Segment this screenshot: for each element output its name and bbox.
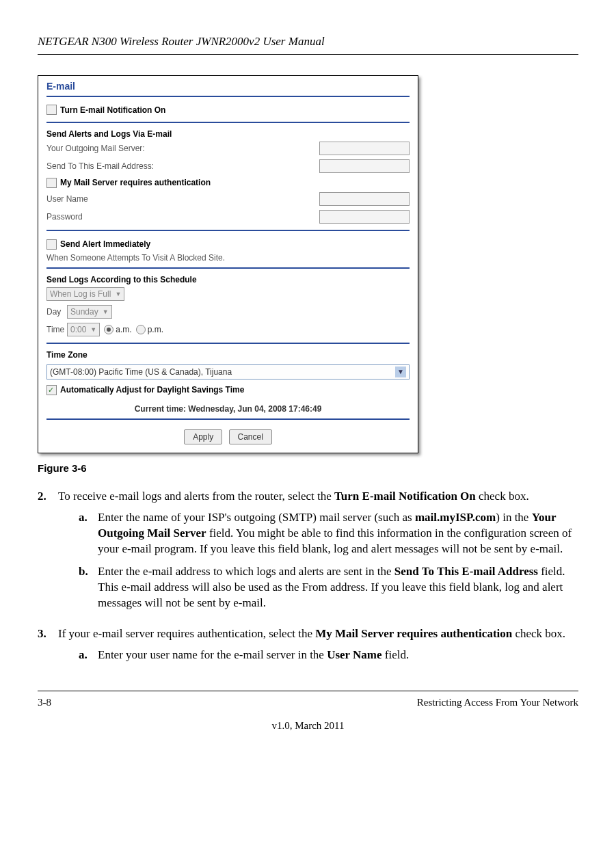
pm-label: p.m.: [148, 324, 163, 335]
divider: [46, 96, 410, 97]
divider: [46, 122, 410, 123]
step-2b: b. Enter the e-mail address to which log…: [79, 564, 578, 611]
page-header: NETGEAR N300 Wireless Router JWNR2000v2 …: [38, 34, 578, 55]
step-text: To receive e-mail logs and alerts from t…: [58, 490, 334, 503]
dst-checkbox[interactable]: [46, 385, 57, 395]
time-value: 0:00: [70, 324, 86, 335]
step-2: 2. To receive e-mail logs and alerts fro…: [38, 489, 578, 618]
am-radio[interactable]: [104, 325, 113, 334]
step-3a: a. Enter your user name for the e-mail s…: [79, 648, 565, 663]
divider: [46, 418, 410, 420]
sendto-input[interactable]: [319, 159, 410, 173]
divider: [46, 343, 410, 344]
tz-section-title: Time Zone: [46, 349, 410, 360]
time-select[interactable]: 0:00 ▼: [67, 323, 100, 336]
outgoing-server-label: Your Outgoing Mail Server:: [46, 143, 319, 154]
step-bold: My Mail Server requires authentication: [315, 627, 512, 640]
day-value: Sunday: [70, 306, 98, 317]
sub-list: a. Enter the name of your ISP's outgoing…: [58, 510, 578, 611]
instruction-list: 2. To receive e-mail logs and alerts fro…: [38, 489, 578, 669]
password-input[interactable]: [319, 210, 410, 224]
sendto-label: Send To This E-mail Address:: [46, 161, 319, 172]
page-number: 3-8: [38, 695, 51, 709]
apply-button[interactable]: Apply: [184, 429, 222, 444]
divider: [46, 230, 410, 231]
step-number: 3.: [38, 626, 58, 670]
day-select[interactable]: Sunday ▼: [67, 305, 112, 319]
day-label: Day: [46, 306, 67, 317]
password-label: Password: [46, 211, 319, 222]
step-text: Enter your user name for the e-mail serv…: [98, 648, 327, 661]
time-label: Time: [46, 324, 67, 335]
schedule-select[interactable]: When Log is Full ▼: [46, 287, 124, 301]
alert-desc: When Someone Attempts To Visit A Blocked…: [46, 252, 410, 263]
step-text: Enter the e-mail address to which logs a…: [98, 565, 394, 578]
page-footer: 3-8 Restricting Access From Your Network: [38, 691, 578, 709]
step-text: ) in the: [496, 511, 531, 524]
auth-label: My Mail Server requires authentication: [60, 177, 410, 188]
chevron-down-icon: ▼: [90, 325, 96, 334]
divider: [46, 267, 410, 269]
step-number: 2.: [38, 489, 58, 618]
step-text: If your e-mail server requires authentic…: [58, 627, 315, 640]
manual-title: NETGEAR N300 Wireless Router JWNR2000v2 …: [38, 35, 325, 48]
figure-container: E-mail Turn E-mail Notification On Send …: [38, 75, 578, 453]
am-label: a.m.: [116, 324, 131, 335]
step-bold: Turn E-mail Notification On: [334, 490, 476, 503]
tz-value: (GMT-08:00) Pacific Time (US & Canada), …: [50, 367, 395, 377]
sub-list: a. Enter your user name for the e-mail s…: [58, 648, 565, 663]
schedule-value: When Log is Full: [50, 289, 111, 299]
sub-number: a.: [79, 510, 98, 557]
step-text: check box.: [476, 490, 529, 503]
sub-number: b.: [79, 564, 98, 611]
chevron-down-icon: ▼: [103, 308, 109, 316]
alert-immediate-checkbox[interactable]: [46, 239, 57, 250]
version-line: v1.0, March 2011: [38, 719, 578, 732]
step-bold: Send To This E-mail Address: [394, 565, 538, 578]
notification-label: Turn E-mail Notification On: [60, 105, 410, 116]
cancel-button[interactable]: Cancel: [229, 429, 272, 444]
step-text: field.: [382, 648, 410, 661]
email-settings-screenshot: E-mail Turn E-mail Notification On Send …: [38, 75, 418, 453]
step-bold: User Name: [327, 648, 381, 661]
auth-checkbox[interactable]: [46, 178, 57, 188]
chevron-down-icon: ▼: [395, 367, 406, 377]
notification-checkbox[interactable]: [46, 105, 57, 115]
step-text: check box.: [512, 627, 565, 640]
step-text: Enter the name of your ISP's outgoing (S…: [98, 511, 415, 524]
step-bold: mail.myISP.com: [415, 511, 496, 524]
panel-title: E-mail: [38, 76, 418, 94]
section-name: Restricting Access From Your Network: [417, 695, 578, 709]
alert-immediate-label: Send Alert Immediately: [60, 239, 410, 250]
schedule-section-title: Send Logs According to this Schedule: [46, 274, 410, 285]
current-time: Current time: Wednesday, Jun 04, 2008 17…: [38, 401, 418, 417]
pm-radio[interactable]: [136, 325, 146, 334]
tz-select[interactable]: (GMT-08:00) Pacific Time (US & Canada), …: [46, 364, 410, 380]
figure-caption: Figure 3-6: [38, 462, 578, 475]
outgoing-server-input[interactable]: [319, 142, 410, 155]
username-input[interactable]: [319, 192, 410, 206]
username-label: User Name: [46, 194, 319, 204]
step-2a: a. Enter the name of your ISP's outgoing…: [79, 510, 578, 557]
dst-label: Automatically Adjust for Daylight Saving…: [60, 384, 410, 395]
send-section-title: Send Alerts and Logs Via E-mail: [46, 129, 410, 139]
button-row: Apply Cancel: [38, 424, 418, 453]
step-3: 3. If your e-mail server requires authen…: [38, 626, 578, 670]
sub-number: a.: [79, 648, 98, 663]
chevron-down-icon: ▼: [115, 290, 121, 298]
